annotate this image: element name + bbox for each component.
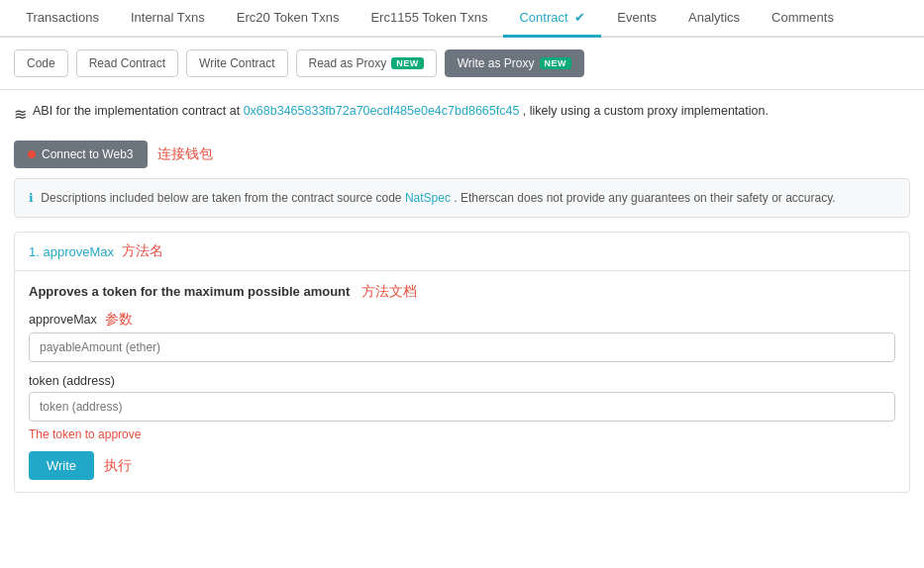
red-dot-icon	[28, 150, 36, 158]
param-label-approvemax: approveMax 参数	[29, 311, 895, 329]
connect-label-chinese: 连接钱包	[157, 145, 213, 163]
method-body: Approves a token for the maximum possibl…	[15, 271, 909, 492]
method-desc-chinese: 方法文档	[361, 283, 417, 299]
tab-contract[interactable]: Contract ✔	[503, 0, 601, 38]
nav-tabs: Transactions Internal Txns Erc20 Token T…	[0, 0, 924, 38]
verified-icon: ✔	[574, 10, 585, 25]
tab-internal-txns[interactable]: Internal Txns	[115, 0, 221, 38]
param-label-token: token (address)	[29, 374, 895, 388]
method-name-chinese: 方法名	[122, 242, 163, 260]
new-badge: NEW	[391, 57, 424, 69]
tab-transactions[interactable]: Transactions	[10, 0, 115, 38]
natspec-link[interactable]: NatSpec	[405, 191, 451, 205]
main-content: ≋ ABI for the implementation contract at…	[0, 90, 924, 517]
sub-tab-write-contract[interactable]: Write Contract	[186, 49, 287, 77]
tab-erc1155-token-txns[interactable]: Erc1155 Token Txns	[355, 0, 503, 38]
layers-icon: ≋	[14, 103, 27, 127]
method-section: 1. approveMax 方法名 Approves a token for t…	[14, 232, 910, 493]
tab-analytics[interactable]: Analytics	[672, 0, 756, 38]
sub-tab-write-as-proxy[interactable]: Write as Proxy NEW	[445, 49, 584, 77]
write-btn-chinese: 执行	[104, 457, 132, 475]
sub-tab-read-contract[interactable]: Read Contract	[76, 49, 178, 77]
info-icon: ℹ	[29, 191, 34, 205]
method-name-link[interactable]: 1. approveMax	[29, 244, 114, 259]
abi-address-link[interactable]: 0x68b3465833fb72a70ecdf485e0e4c7bd8665fc…	[244, 104, 520, 118]
tab-erc20-token-txns[interactable]: Erc20 Token Txns	[221, 0, 356, 38]
param-input-token[interactable]	[29, 392, 895, 422]
info-box: ℹ Descriptions included below are taken …	[14, 178, 910, 218]
abi-notice: ≋ ABI for the implementation contract at…	[14, 102, 910, 127]
token-hint: The token to approve	[29, 427, 895, 441]
param-label-chinese: 参数	[105, 311, 133, 329]
new-badge-active: NEW	[540, 57, 572, 69]
write-row: Write 执行	[29, 451, 895, 480]
connect-section: Connect to Web3 连接钱包	[14, 141, 910, 168]
tab-comments[interactable]: Comments	[756, 0, 850, 38]
method-header: 1. approveMax 方法名	[15, 233, 909, 271]
sub-nav: Code Read Contract Write Contract Read a…	[0, 38, 924, 90]
param-input-approvemax[interactable]	[29, 332, 895, 362]
connect-web3-button[interactable]: Connect to Web3	[14, 141, 148, 168]
method-description: Approves a token for the maximum possibl…	[29, 283, 895, 301]
write-button[interactable]: Write	[29, 451, 94, 480]
sub-tab-code[interactable]: Code	[14, 49, 68, 77]
tab-events[interactable]: Events	[601, 0, 672, 38]
sub-tab-read-as-proxy[interactable]: Read as Proxy NEW	[296, 49, 437, 77]
